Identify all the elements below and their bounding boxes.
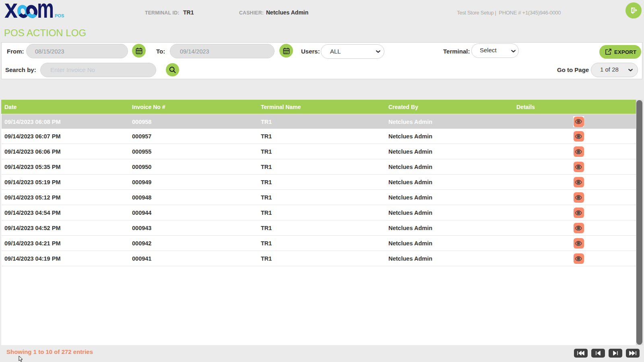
svg-text:x: x bbox=[4, 3, 18, 20]
svg-text:POS: POS bbox=[55, 13, 64, 18]
svg-text:m: m bbox=[37, 3, 54, 20]
